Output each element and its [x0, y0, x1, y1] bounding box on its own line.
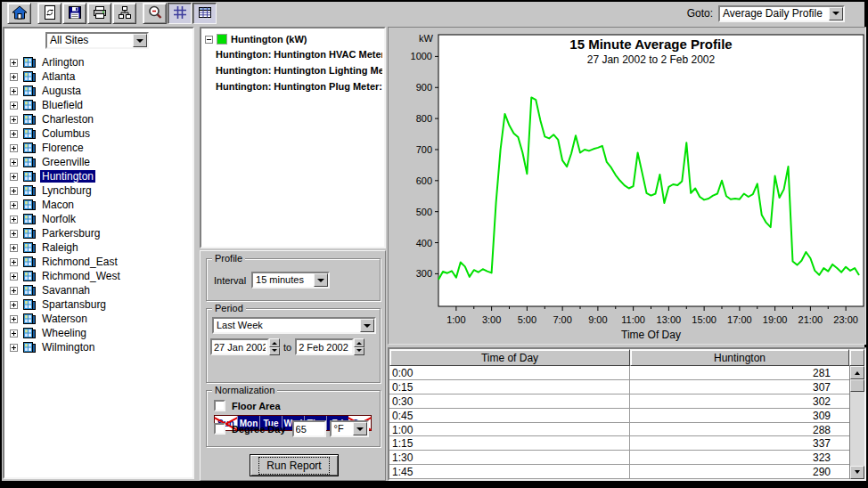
table-button[interactable] — [192, 3, 217, 24]
site-tree-item-wilmington[interactable]: Wilmington — [4, 340, 192, 354]
spin-up-icon[interactable] — [269, 338, 280, 347]
expand-icon[interactable] — [10, 315, 18, 323]
site-label[interactable]: Greenville — [40, 156, 92, 168]
site-label[interactable]: Norfolk — [40, 213, 78, 225]
site-tree-item-richmond_west[interactable]: Richmond_West — [4, 269, 192, 283]
home-button[interactable] — [7, 3, 31, 24]
site-filter-combobox[interactable]: All Sites — [45, 32, 149, 49]
print-button[interactable] — [87, 3, 111, 24]
end-date-field[interactable] — [295, 338, 354, 355]
site-tree-item-waterson[interactable]: Waterson — [4, 312, 192, 326]
legend-root-row[interactable]: Huntington (kW) — [203, 32, 382, 46]
site-tree-item-richmond_east[interactable]: Richmond_East — [4, 255, 192, 269]
site-tree-item-columbus[interactable]: Columbus — [4, 126, 192, 141]
site-tree-item-arlington[interactable]: Arlington — [4, 55, 192, 69]
save-button[interactable] — [62, 3, 86, 24]
expand-icon[interactable] — [10, 187, 18, 195]
floor-area-checkbox[interactable] — [214, 400, 225, 411]
site-label[interactable]: Lynchburg — [40, 184, 94, 197]
collapse-icon[interactable] — [205, 36, 213, 44]
site-label[interactable]: Atlanta — [40, 70, 77, 83]
goto-combobox[interactable]: Average Daily Profile — [718, 5, 845, 22]
site-label[interactable]: Wilmington — [40, 341, 96, 354]
scroll-down-button[interactable] — [850, 466, 864, 479]
site-tree-item-augusta[interactable]: Augusta — [4, 84, 192, 98]
expand-icon[interactable] — [10, 244, 18, 252]
expand-icon[interactable] — [10, 301, 18, 309]
site-tree-item-lynchburg[interactable]: Lynchburg — [4, 183, 192, 198]
site-tree-item-savannah[interactable]: Savannah — [4, 283, 192, 297]
expand-icon[interactable] — [10, 230, 18, 238]
expand-icon[interactable] — [10, 173, 18, 181]
site-tree-item-raleigh[interactable]: Raleigh — [4, 240, 192, 255]
degree-unit-combobox[interactable]: °F — [330, 420, 369, 437]
site-label[interactable]: Charleston — [40, 113, 95, 126]
end-date-spinner[interactable] — [354, 338, 364, 355]
scrollbar-track[interactable] — [850, 392, 864, 466]
site-tree-item-wheeling[interactable]: Wheeling — [4, 326, 192, 340]
table-row[interactable]: 0:30302 — [389, 394, 864, 409]
zoom-out-button[interactable] — [143, 3, 167, 24]
site-filter-dropdown-button[interactable] — [133, 34, 147, 47]
table-row[interactable]: 1:15337 — [389, 436, 864, 451]
goto-combobox-dropdown-button[interactable] — [829, 7, 843, 20]
table-row[interactable]: 0:45309 — [389, 409, 864, 423]
expand-icon[interactable] — [10, 159, 18, 167]
site-tree-item-spartansburg[interactable]: Spartansburg — [4, 297, 192, 312]
expand-icon[interactable] — [10, 287, 18, 295]
site-tree-item-macon[interactable]: Macon — [4, 198, 192, 212]
legend-child-item[interactable]: Huntington: Huntington HVAC Meter: H... — [203, 46, 382, 62]
legend-child-item[interactable]: Huntington: Huntington Plug Meter: pl... — [203, 78, 382, 94]
expand-icon[interactable] — [10, 59, 18, 67]
table-row[interactable]: 0:15307 — [389, 380, 864, 394]
degree-unit-dropdown-button[interactable] — [353, 422, 367, 435]
degree-day-value-field[interactable] — [292, 420, 326, 437]
site-tree-item-huntington[interactable]: Huntington — [4, 169, 192, 183]
site-label[interactable]: Augusta — [40, 85, 83, 97]
site-label[interactable]: Wheeling — [40, 327, 88, 339]
expand-icon[interactable] — [10, 116, 18, 124]
site-tree-item-norfolk[interactable]: Norfolk — [4, 212, 192, 226]
site-label[interactable]: Bluefield — [40, 99, 85, 111]
expand-icon[interactable] — [10, 73, 18, 81]
table-row[interactable]: 0:00281 — [389, 366, 864, 380]
run-report-button[interactable]: Run Report — [250, 454, 339, 476]
interval-combobox[interactable]: 15 minutes — [251, 272, 330, 289]
expand-icon[interactable] — [10, 130, 18, 138]
site-tree-item-atlanta[interactable]: Atlanta — [4, 69, 192, 84]
site-tree-item-parkersburg[interactable]: Parkersburg — [4, 226, 192, 240]
spin-down-icon[interactable] — [269, 347, 280, 356]
site-label[interactable]: Savannah — [40, 284, 92, 297]
site-label[interactable]: Waterson — [40, 313, 89, 325]
expand-icon[interactable] — [10, 216, 18, 224]
start-date-spinner[interactable] — [269, 338, 280, 355]
site-tree-item-florence[interactable]: Florence — [4, 141, 192, 155]
site-label[interactable]: Richmond_East — [40, 256, 119, 268]
spin-up-icon[interactable] — [354, 338, 364, 347]
degree-day-checkbox[interactable] — [214, 423, 225, 435]
table-header-time[interactable]: Time of Day — [389, 349, 630, 366]
spin-down-icon[interactable] — [354, 347, 364, 356]
site-label[interactable]: Florence — [40, 142, 86, 154]
scrollbar-thumb[interactable] — [850, 379, 864, 392]
table-scrollbar[interactable] — [849, 366, 864, 479]
site-label[interactable]: Richmond_West — [40, 270, 122, 282]
expand-icon[interactable] — [10, 258, 18, 266]
expand-icon[interactable] — [10, 329, 18, 338]
site-tree-item-bluefield[interactable]: Bluefield — [4, 98, 192, 112]
table-header-site[interactable]: Huntington — [630, 349, 849, 366]
site-label[interactable]: Arlington — [40, 56, 86, 69]
table-row[interactable]: 1:00288 — [389, 423, 864, 437]
expand-icon[interactable] — [10, 344, 18, 352]
site-label[interactable]: Parkersburg — [40, 227, 102, 240]
expand-icon[interactable] — [10, 201, 18, 209]
table-row[interactable]: 1:30323 — [389, 451, 864, 465]
scroll-up-button[interactable] — [850, 366, 864, 379]
legend-child-item[interactable]: Huntington: Huntington Lighting Meter:..… — [203, 62, 382, 78]
table-row[interactable]: 1:45290 — [389, 465, 864, 479]
site-tree-item-greenville[interactable]: Greenville — [4, 155, 192, 169]
site-tree-item-charleston[interactable]: Charleston — [4, 112, 192, 126]
site-label[interactable]: Raleigh — [40, 241, 80, 254]
expand-icon[interactable] — [10, 102, 18, 110]
start-date-field[interactable] — [210, 338, 269, 355]
